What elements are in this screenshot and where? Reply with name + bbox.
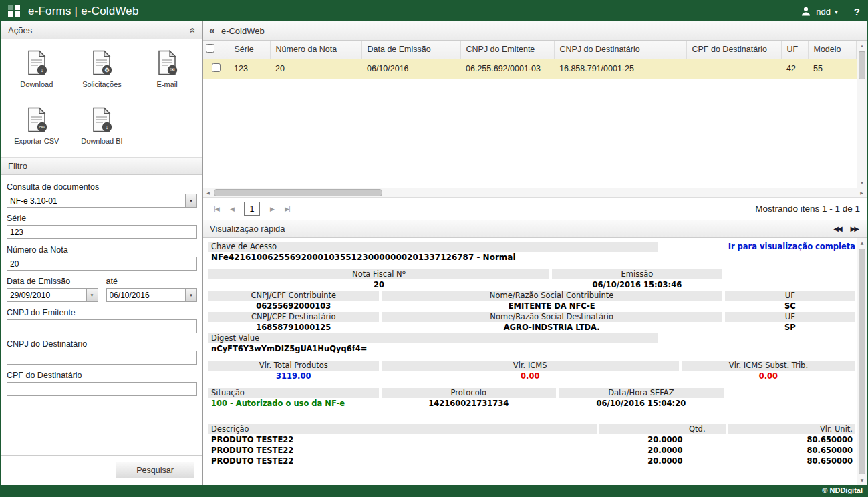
col-cnpj-destinatario[interactable]: CNPJ do Destinatário xyxy=(554,41,686,59)
svg-text:✉: ✉ xyxy=(170,67,175,73)
vlr-total-produtos-label: Vlr. Total Produtos xyxy=(208,361,379,371)
action-download-bi[interactable]: ↓ Download BI xyxy=(69,107,135,145)
cell-uf: 42 xyxy=(781,59,808,79)
sefaz-label: Data/Hora SEFAZ xyxy=(559,388,724,398)
numero-nota-input[interactable] xyxy=(7,257,197,271)
date-to-dropdown-icon[interactable]: ▼ xyxy=(185,289,196,301)
footer-bar: © NDDigital xyxy=(1,485,867,496)
cnpj-emitente-input[interactable] xyxy=(7,319,197,333)
col-serie[interactable]: Série xyxy=(229,41,270,59)
grid-vertical-scrollbar[interactable]: ▲ ▼ xyxy=(857,41,867,188)
contribuinte-cnpj-value: 06255692000103 xyxy=(208,301,379,311)
contribuinte-nome-label: Nome/Razão Social Contribuinte xyxy=(382,291,722,301)
preview-vscroll-thumb[interactable] xyxy=(859,248,865,474)
col-data-emissao[interactable]: Data de Emissão xyxy=(361,41,460,59)
vlr-icms-st-value: 0.00 xyxy=(682,371,855,381)
action-email[interactable]: ✉ E-mail xyxy=(134,50,200,88)
email-doc-icon: ✉ xyxy=(156,50,178,75)
cell-serie: 123 xyxy=(229,59,270,79)
grid-row[interactable]: 123 20 06/10/2016 06.255.692/0001-03 16.… xyxy=(203,59,857,79)
product-row: PRODUTO TESTE22 20.0000 80.650000 xyxy=(208,446,855,456)
main-panel: « e-ColdWeb Série Número da Nota Data de… xyxy=(203,21,867,485)
col-numero-nota[interactable]: Número da Nota xyxy=(270,41,361,59)
nota-fiscal-label: Nota Fiscal Nº xyxy=(208,269,549,279)
serie-input[interactable] xyxy=(7,225,197,239)
row-checkbox[interactable] xyxy=(212,63,221,72)
action-exportar-csv[interactable]: csv Exportar CSV xyxy=(4,107,69,145)
action-solicitacoes[interactable]: ⚙ Solicitações xyxy=(69,50,135,88)
scroll-right-icon[interactable]: ▶ xyxy=(857,188,867,197)
cnpj-emitente-label: CNPJ do Emitente xyxy=(7,308,197,317)
next-page-button[interactable]: ▶ xyxy=(265,202,279,216)
caret-down-icon: ▼ xyxy=(834,10,839,15)
destinatario-nome-value: AGRO-INDSTRIA LTDA. xyxy=(382,323,722,333)
full-view-link[interactable]: Ir para visualização completa xyxy=(661,242,855,252)
destinatario-uf-value: SP xyxy=(725,323,855,333)
numero-nota-label: Número da Nota xyxy=(7,245,197,255)
consulta-dropdown-icon[interactable]: ▼ xyxy=(185,194,196,207)
data-emissao-de-input[interactable] xyxy=(7,288,98,302)
first-page-button[interactable]: |◀ xyxy=(210,202,223,216)
last-page-button[interactable]: ▶| xyxy=(281,202,294,216)
grid-header-row: Série Número da Nota Data de Emissão CNP… xyxy=(203,41,857,59)
consulta-value-input[interactable] xyxy=(7,194,197,208)
sefaz-value: 06/10/2016 15:04:20 xyxy=(559,399,724,409)
col-cnpj-emitente[interactable]: CNPJ do Emitente xyxy=(460,41,554,59)
grid-vscroll-thumb[interactable] xyxy=(859,51,865,79)
scroll-up-icon[interactable]: ▲ xyxy=(857,41,867,51)
cell-cnpj-destinatario: 16.858.791/0001-25 xyxy=(554,59,686,79)
preview-panel-header: Visualização rápida ◀◀ ▶▶ xyxy=(203,220,867,238)
help-button[interactable]: ? xyxy=(854,6,860,17)
date-from-dropdown-icon[interactable]: ▼ xyxy=(86,289,98,301)
download-bi-doc-icon: ↓ xyxy=(90,107,113,132)
user-icon[interactable] xyxy=(801,6,811,17)
action-label: Solicitações xyxy=(82,80,122,88)
actions-title: Ações xyxy=(8,25,32,35)
previous-record-button[interactable]: ◀◀ xyxy=(831,224,843,233)
consulta-select[interactable]: ▼ xyxy=(7,194,197,208)
user-menu[interactable]: ndd ▼ xyxy=(816,7,839,17)
cpf-destinatario-input[interactable] xyxy=(7,382,197,396)
next-record-button[interactable]: ▶▶ xyxy=(849,224,860,233)
product-vlr-unit: 80.650000 xyxy=(728,446,855,456)
emissao-value: 06/10/2016 15:03:46 xyxy=(552,280,722,290)
pagination-status: Mostrando itens 1 - 1 de 1 xyxy=(755,204,860,214)
preview-title: Visualização rápida xyxy=(210,224,285,234)
collapse-actions-icon[interactable]: « xyxy=(188,27,198,33)
situacao-label: Situação xyxy=(208,388,379,398)
previous-page-button[interactable]: ◀ xyxy=(225,202,239,216)
scroll-left-icon[interactable]: ◀ xyxy=(203,188,213,197)
pagination-bar: |◀ ◀ 1 ▶ ▶| Mostrando itens 1 - 1 de 1 xyxy=(203,198,867,220)
cpf-destinatario-label: CPF do Destinatário xyxy=(7,371,197,380)
data-emissao-ate-input[interactable] xyxy=(106,288,198,302)
col-modelo[interactable]: Modelo xyxy=(808,41,857,59)
scroll-down-icon[interactable]: ▼ xyxy=(857,475,867,485)
filter-form: Consulta de documentos ▼ Série Número da… xyxy=(1,175,202,396)
preview-vertical-scrollbar[interactable]: ▲ ▼ xyxy=(857,238,867,485)
contribuinte-nome-value: EMITENTE DA NFC-E xyxy=(382,301,722,311)
app-logo-icon xyxy=(8,5,21,18)
svg-text:csv: csv xyxy=(39,125,45,129)
nota-fiscal-value: 20 xyxy=(208,280,549,290)
collapse-sidebar-icon[interactable]: « xyxy=(209,25,215,36)
pesquisar-button[interactable]: Pesquisar xyxy=(116,462,194,478)
cnpj-destinatario-input[interactable] xyxy=(7,351,197,365)
cell-numero-nota: 20 xyxy=(270,59,361,79)
contribuinte-uf-value: SC xyxy=(725,301,855,311)
current-page-input[interactable]: 1 xyxy=(244,202,260,216)
action-download[interactable]: ↓ Download xyxy=(4,50,69,88)
product-desc: PRODUTO TESTE22 xyxy=(208,456,597,466)
col-cpf-destinatario[interactable]: CPF do Destinatário xyxy=(686,41,781,59)
grid-hscroll-thumb[interactable] xyxy=(214,189,382,196)
scroll-down-icon[interactable]: ▼ xyxy=(857,178,867,188)
actions-grid: ↓ Download ⚙ Solicitações xyxy=(1,39,202,150)
sidebar-footer: Pesquisar xyxy=(1,455,202,485)
scroll-up-icon[interactable]: ▲ xyxy=(857,238,867,248)
results-table: Série Número da Nota Data de Emissão CNP… xyxy=(203,41,857,79)
grid-horizontal-scrollbar[interactable]: ◀ ▶ xyxy=(203,188,867,198)
select-all-checkbox[interactable] xyxy=(206,44,214,53)
date-to-label: até xyxy=(106,277,198,286)
col-uf[interactable]: UF xyxy=(781,41,808,59)
vlr-icms-label: Vlr. ICMS xyxy=(382,361,679,371)
digest-value: nCyFT6Y3wYmDIZ5gUA1HuQyq6f4= xyxy=(208,344,370,354)
